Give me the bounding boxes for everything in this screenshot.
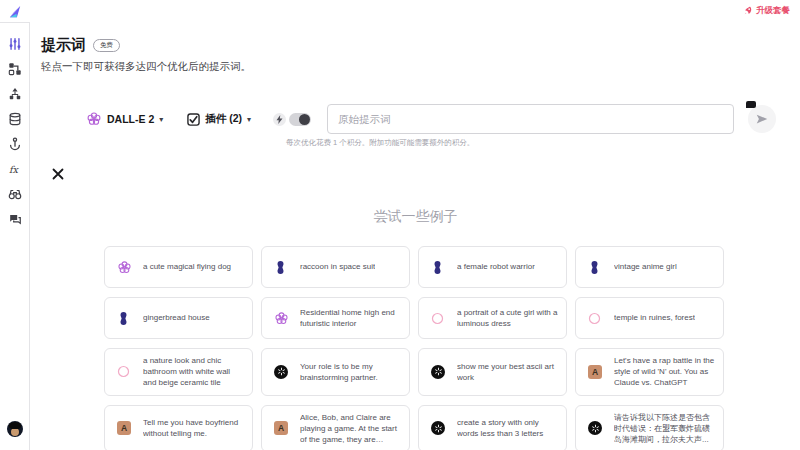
chatgpt-icon xyxy=(588,421,614,435)
upgrade-plan-button[interactable]: 升级套餐 xyxy=(743,5,790,17)
example-text: a nature look and chic bathroom with whi… xyxy=(143,355,244,389)
example-card[interactable]: a female robot warrior xyxy=(418,246,567,288)
claude-icon: A xyxy=(117,421,143,435)
example-text: temple in ruines, forest xyxy=(614,312,695,323)
dalle-logo-icon xyxy=(86,111,102,127)
example-card[interactable]: a nature look and chic bathroom with whi… xyxy=(104,348,253,396)
stable-diffusion-icon xyxy=(117,311,143,326)
chevron-down-icon: ▾ xyxy=(159,115,163,124)
example-text: Residential home high end futuristic int… xyxy=(300,307,401,329)
free-badge: 免费 xyxy=(93,39,120,51)
stable-diffusion-icon xyxy=(588,260,614,275)
example-card[interactable]: A Tell me you have boyfriend without tel… xyxy=(104,405,253,450)
prompt-input[interactable] xyxy=(327,104,734,134)
claude-icon: A xyxy=(588,365,614,379)
example-card[interactable]: a portrait of a cute girl with a luminou… xyxy=(418,297,567,339)
model-label: DALL-E 2 xyxy=(107,113,154,125)
sidebar: fx xyxy=(0,22,30,450)
function-icon[interactable]: fx xyxy=(8,162,22,176)
example-text: 请告诉我以下陈述是否包含时代错误：在盟军轰炸硫磺岛海滩期间，拉尔夫大声... xyxy=(614,412,715,446)
example-card[interactable]: Your role is to be my brainstorming part… xyxy=(261,348,410,396)
topbar: 升级套餐 xyxy=(0,0,800,22)
agents-tree-icon[interactable] xyxy=(8,87,22,101)
upgrade-plan-label: 升级套餐 xyxy=(756,5,790,17)
dalle-icon xyxy=(117,260,143,275)
chevron-down-icon: ▾ xyxy=(247,115,251,124)
plugins-select[interactable]: 插件 (2) ▾ xyxy=(187,112,251,126)
example-card[interactable]: A Alice, Bob, and Claire are playing a g… xyxy=(261,405,410,450)
promptperfect-logo[interactable] xyxy=(8,4,23,19)
send-button-wrap xyxy=(748,105,776,133)
rocket-icon xyxy=(743,6,753,16)
example-text: a female robot warrior xyxy=(457,261,535,272)
lexica-icon xyxy=(117,365,143,378)
lexica-icon xyxy=(588,312,614,325)
lightning-icon xyxy=(273,113,286,126)
examples-heading: 尝试一些例子 xyxy=(31,208,800,226)
example-text: raccoon in space suit xyxy=(300,261,375,272)
avatar-face xyxy=(11,428,19,436)
claude-icon: A xyxy=(274,421,300,435)
example-card[interactable]: create a story with only words less than… xyxy=(418,405,567,450)
stable-diffusion-icon xyxy=(274,260,300,275)
close-icon xyxy=(52,168,64,180)
example-text: vintage anime girl xyxy=(614,261,677,272)
chatgpt-icon xyxy=(431,365,457,379)
example-card[interactable]: vintage anime girl xyxy=(575,246,724,288)
dalle-icon xyxy=(274,311,300,326)
main-content: 提示词 免费 轻点一下即可获得多达四个优化后的提示词。 DALL-E 2 ▾ 插… xyxy=(31,22,800,450)
example-card[interactable]: gingerbread house xyxy=(104,297,253,339)
example-card[interactable]: Residential home high end futuristic int… xyxy=(261,297,410,339)
page-title-row: 提示词 免费 xyxy=(41,36,120,55)
chatgpt-icon xyxy=(274,365,300,379)
example-text: create a story with only words less than… xyxy=(457,417,558,439)
toggle-knob xyxy=(299,114,310,125)
lexica-icon xyxy=(431,312,457,325)
credit-helper-text: 每次优化花费 1 个积分。附加功能可能需要额外的积分。 xyxy=(286,138,474,148)
example-text: Tell me you have boyfriend without telli… xyxy=(143,417,244,439)
example-text: Let's have a rap battle in the style of … xyxy=(614,355,715,389)
binoculars-icon[interactable] xyxy=(8,187,22,201)
close-examples-button[interactable] xyxy=(51,168,65,182)
page-subtitle: 轻点一下即可获得多达四个优化后的提示词。 xyxy=(41,60,251,74)
example-text: Alice, Bob, and Claire are playing a gam… xyxy=(300,412,401,446)
example-card[interactable]: temple in ruines, forest xyxy=(575,297,724,339)
prompt-optimizer-icon[interactable] xyxy=(8,37,22,51)
example-text: Your role is to be my brainstorming part… xyxy=(300,361,401,383)
checkbox-checked-icon[interactable] xyxy=(187,113,200,126)
model-select[interactable]: DALL-E 2 ▾ xyxy=(86,111,163,127)
example-card[interactable]: A Let's have a rap battle in the style o… xyxy=(575,348,724,396)
example-text: a portrait of a cute girl with a luminou… xyxy=(457,307,558,329)
boost-toggle-group[interactable] xyxy=(273,113,311,126)
chat-icon[interactable] xyxy=(8,212,22,226)
workflow-icon[interactable] xyxy=(8,62,22,76)
composer-row: DALL-E 2 ▾ 插件 (2) ▾ xyxy=(86,104,776,134)
send-icon xyxy=(755,112,769,126)
hook-icon[interactable] xyxy=(8,137,22,151)
examples-grid: a cute magical flying dog raccoon in spa… xyxy=(104,246,726,450)
stable-diffusion-icon xyxy=(431,260,457,275)
chatgpt-icon xyxy=(431,421,457,435)
example-card[interactable]: a cute magical flying dog xyxy=(104,246,253,288)
plugins-label: 插件 (2) xyxy=(205,112,242,126)
page-title: 提示词 xyxy=(41,36,86,55)
avatar-hair xyxy=(9,422,21,429)
user-avatar[interactable] xyxy=(7,421,23,437)
send-button[interactable] xyxy=(748,105,776,133)
boost-toggle[interactable] xyxy=(289,113,311,126)
example-text: gingerbread house xyxy=(143,312,210,323)
example-card[interactable]: show me your best ascii art work xyxy=(418,348,567,396)
database-icon[interactable] xyxy=(8,112,22,126)
example-card[interactable]: raccoon in space suit xyxy=(261,246,410,288)
example-text: a cute magical flying dog xyxy=(143,261,231,272)
svg-text:fx: fx xyxy=(9,164,20,175)
credit-cost-badge xyxy=(746,101,756,108)
example-card[interactable]: 请告诉我以下陈述是否包含时代错误：在盟军轰炸硫磺岛海滩期间，拉尔夫大声... xyxy=(575,405,724,450)
example-text: show me your best ascii art work xyxy=(457,361,558,383)
